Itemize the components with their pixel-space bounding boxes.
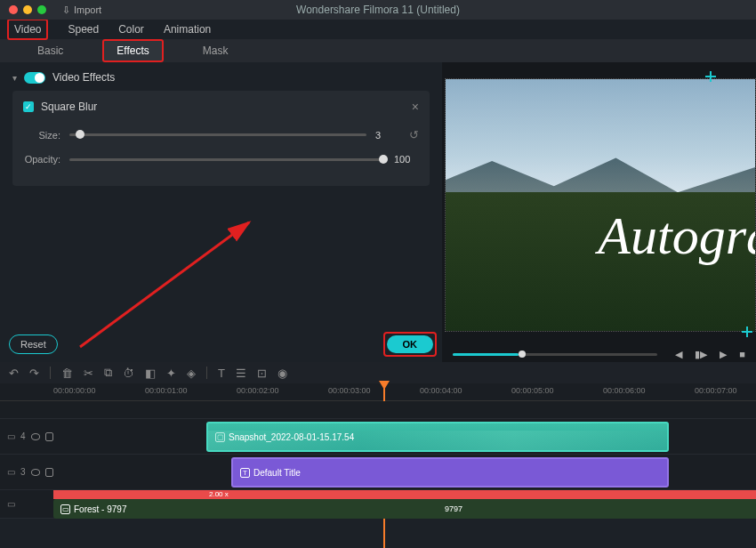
preview-text-overlay: Autogra <box>598 206 756 267</box>
tab-animation[interactable]: Animation <box>164 23 211 36</box>
track-head-3: ▭ 3 <box>0 467 53 477</box>
size-slider[interactable] <box>69 133 366 136</box>
track-lane-video[interactable]: 2.00 x ▭ Forest - 9797 9797 <box>53 490 756 518</box>
adjust-icon[interactable]: ⊡ <box>257 367 267 380</box>
ruler-tick: 00:00:06:00 <box>603 386 646 395</box>
tab-video[interactable]: Video <box>7 19 48 40</box>
record-icon[interactable]: ◉ <box>277 367 287 380</box>
track-type-icon: ▭ <box>7 467 15 477</box>
timeline-ruler[interactable]: 00:00:00:00 00:00:01:00 00:00:02:00 00:0… <box>0 383 756 401</box>
clip-snapshot[interactable]: ▢ Snapshot_2022-08-01-15.17.54 <box>206 422 669 452</box>
size-thumb[interactable] <box>76 130 84 139</box>
track-lane-3[interactable]: T Default Title <box>53 455 756 489</box>
text-icon: T <box>240 468 250 478</box>
chevron-down-icon[interactable]: ▾ <box>12 73 17 83</box>
timeline-toolbar: ↶ ↷ 🗑 ✂ ⧉ ⏱ ◧ ✦ ◈ T ☰ ⊡ ◉ <box>0 362 756 383</box>
opacity-label: Opacity: <box>23 154 60 165</box>
track-number: 4 <box>20 431 26 441</box>
track-lock-icon[interactable] <box>45 468 53 477</box>
svg-line-0 <box>80 222 249 347</box>
progress-thumb[interactable] <box>519 351 526 358</box>
square-blur-checkbox[interactable]: ✓ <box>23 101 34 112</box>
track-lane-4[interactable]: ▢ Snapshot_2022-08-01-15.17.54 <box>53 419 756 454</box>
subtab-mask[interactable]: Mask <box>190 41 241 60</box>
ruler-tick: 00:00:00:00 <box>53 386 96 395</box>
color-icon[interactable]: ◧ <box>145 367 156 380</box>
progress-slider[interactable] <box>453 353 657 356</box>
maximize-window[interactable] <box>37 5 46 14</box>
text-icon[interactable]: T <box>218 367 225 380</box>
crop-icon[interactable]: ⧉ <box>104 366 112 380</box>
crop-handle-bottom[interactable] <box>742 326 752 337</box>
speed-value: 2.00 x <box>209 490 229 498</box>
track-type-icon: ▭ <box>7 431 15 441</box>
track-visibility-icon[interactable] <box>31 433 41 440</box>
ruler-tick: 00:00:02:00 <box>237 386 279 395</box>
import-button[interactable]: ⇩ Import <box>62 4 101 16</box>
undo-icon[interactable]: ↶ <box>9 367 19 380</box>
video-effects-header: ▾ Video Effects <box>12 71 430 84</box>
size-value: 3 <box>375 130 400 141</box>
size-row: Size: 3 ↺ <box>23 128 419 141</box>
video-effects-toggle[interactable] <box>24 72 45 84</box>
import-icon: ⇩ <box>62 4 70 16</box>
marker-icon[interactable]: ◈ <box>187 367 196 380</box>
track-lock-icon[interactable] <box>45 432 53 441</box>
ruler-tick: 00:00:07:00 <box>695 386 737 395</box>
effect-icon[interactable]: ✦ <box>166 367 176 380</box>
ok-wrap: OK <box>383 332 438 357</box>
ok-button[interactable]: OK <box>387 335 434 353</box>
opacity-thumb[interactable] <box>379 155 388 164</box>
panel-buttons: Reset OK <box>9 332 437 357</box>
properties-panel: ▾ Video Effects ✓ Square Blur × Size: 3 … <box>0 62 442 362</box>
cut-icon[interactable]: ✂ <box>84 367 93 380</box>
reset-button[interactable]: Reset <box>9 334 58 354</box>
transport-controls: ◀ ▮▶ ▶ ■ <box>675 349 745 360</box>
track-spacer <box>0 401 756 419</box>
speed-indicator: 2.00 x <box>53 490 756 499</box>
preview-panel: Autogra ◀ ▮▶ ▶ ■ <box>442 62 756 362</box>
timeline-tracks: ▭ 4 ▢ Snapshot_2022-08-01-15.17.54 ▭ 3 T… <box>0 401 756 519</box>
import-label: Import <box>74 4 101 15</box>
preview-viewport[interactable]: Autogra <box>445 78 756 332</box>
opacity-value: 100 <box>394 154 419 165</box>
clip-snapshot-label: Snapshot_2022-08-01-15.17.54 <box>229 432 354 442</box>
separator <box>206 367 207 379</box>
ruler-tick: 00:00:03:00 <box>328 386 371 395</box>
minimize-window[interactable] <box>23 5 32 14</box>
play-button[interactable]: ▶ <box>720 349 727 360</box>
crop-handle-top[interactable] <box>705 71 716 82</box>
opacity-slider[interactable] <box>69 158 385 161</box>
video-icon: ▭ <box>60 504 70 514</box>
track-number: 3 <box>20 467 26 477</box>
list-icon[interactable]: ☰ <box>236 367 246 380</box>
tab-speed[interactable]: Speed <box>68 23 99 36</box>
track-head-video: ▭ <box>0 499 53 509</box>
video-effects-label: Video Effects <box>52 71 115 84</box>
delete-icon[interactable]: 🗑 <box>61 367 73 380</box>
tab-color[interactable]: Color <box>118 23 144 36</box>
app-title: Wondershare Filmora 11 (Untitled) <box>296 4 460 16</box>
subtab-effects[interactable]: Effects <box>102 39 163 62</box>
panel-area: ▾ Video Effects ✓ Square Blur × Size: 3 … <box>0 62 756 362</box>
prev-frame-button[interactable]: ◀ <box>675 349 682 360</box>
clip-title[interactable]: T Default Title <box>231 457 669 488</box>
stop-button[interactable]: ■ <box>739 349 745 360</box>
transport-row: ◀ ▮▶ ▶ ■ <box>453 349 745 360</box>
track-lane[interactable] <box>53 401 756 418</box>
play-pause-button[interactable]: ▮▶ <box>695 349 707 360</box>
size-reset-icon[interactable]: ↺ <box>409 128 419 141</box>
clip-forest[interactable]: ▭ Forest - 9797 9797 <box>53 499 756 519</box>
remove-effect-button[interactable]: × <box>412 100 419 114</box>
speed-icon[interactable]: ⏱ <box>123 367 134 380</box>
titlebar: ⇩ Import Wondershare Filmora 11 (Untitle… <box>0 0 756 20</box>
redo-icon[interactable]: ↷ <box>29 367 39 380</box>
track-row-3: ▭ 3 T Default Title <box>0 455 756 490</box>
track-visibility-icon[interactable] <box>31 469 41 476</box>
close-window[interactable] <box>9 5 18 14</box>
clip-title-label: Default Title <box>253 468 301 478</box>
track-row-video: ▭ 2.00 x ▭ Forest - 9797 9797 <box>0 490 756 519</box>
effect-header: ✓ Square Blur × <box>23 100 419 114</box>
subtab-basic[interactable]: Basic <box>25 41 76 60</box>
separator <box>50 367 51 379</box>
